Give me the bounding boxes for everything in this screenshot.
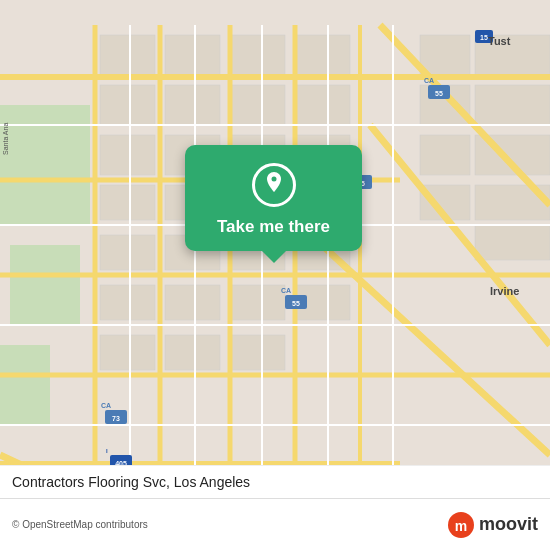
svg-rect-9 bbox=[100, 285, 155, 320]
svg-rect-38 bbox=[475, 225, 550, 260]
svg-rect-7 bbox=[100, 185, 155, 220]
svg-rect-32 bbox=[420, 135, 470, 175]
svg-text:73: 73 bbox=[112, 415, 120, 422]
take-me-there-label: Take me there bbox=[217, 217, 330, 237]
pin-icon bbox=[252, 163, 296, 207]
moovit-icon: m bbox=[447, 511, 475, 539]
svg-rect-16 bbox=[165, 285, 220, 320]
svg-rect-17 bbox=[165, 335, 220, 370]
svg-text:Tust: Tust bbox=[488, 35, 511, 47]
svg-text:CA: CA bbox=[424, 77, 434, 84]
svg-text:55: 55 bbox=[435, 90, 443, 97]
svg-text:Santa Ana: Santa Ana bbox=[2, 123, 9, 155]
svg-rect-22 bbox=[230, 285, 285, 320]
svg-rect-24 bbox=[295, 35, 350, 75]
svg-rect-6 bbox=[100, 135, 155, 175]
moovit-text: moovit bbox=[479, 514, 538, 535]
svg-rect-18 bbox=[230, 35, 285, 75]
svg-rect-23 bbox=[230, 335, 285, 370]
bottom-bar: © OpenStreetMap contributors m moovit bbox=[0, 498, 550, 550]
attribution-text: © OpenStreetMap contributors bbox=[12, 519, 148, 530]
svg-rect-2 bbox=[10, 245, 80, 325]
location-text: Contractors Flooring Svc, Los Angeles bbox=[12, 474, 250, 490]
svg-rect-12 bbox=[165, 85, 220, 125]
map-container: 55 CA 55 CA 55 CA 405 I 73 CA 15 Santa A… bbox=[0, 0, 550, 550]
svg-point-82 bbox=[271, 177, 276, 182]
svg-rect-19 bbox=[230, 85, 285, 125]
svg-rect-4 bbox=[100, 35, 155, 75]
svg-text:15: 15 bbox=[480, 34, 488, 41]
svg-rect-35 bbox=[475, 85, 550, 125]
svg-text:m: m bbox=[455, 518, 467, 534]
svg-rect-3 bbox=[0, 345, 50, 425]
take-me-there-card[interactable]: Take me there bbox=[185, 145, 362, 251]
svg-rect-25 bbox=[295, 85, 350, 125]
svg-rect-1 bbox=[0, 105, 90, 225]
svg-text:55: 55 bbox=[292, 300, 300, 307]
moovit-logo: m moovit bbox=[447, 511, 538, 539]
svg-text:CA: CA bbox=[101, 402, 111, 409]
svg-rect-30 bbox=[420, 35, 470, 75]
svg-rect-8 bbox=[100, 235, 155, 270]
svg-text:Irvine: Irvine bbox=[490, 285, 519, 297]
svg-rect-10 bbox=[100, 335, 155, 370]
svg-rect-11 bbox=[165, 35, 220, 75]
location-name: Contractors Flooring Svc, Los Angeles bbox=[0, 465, 550, 498]
svg-rect-5 bbox=[100, 85, 155, 125]
svg-text:CA: CA bbox=[281, 287, 291, 294]
